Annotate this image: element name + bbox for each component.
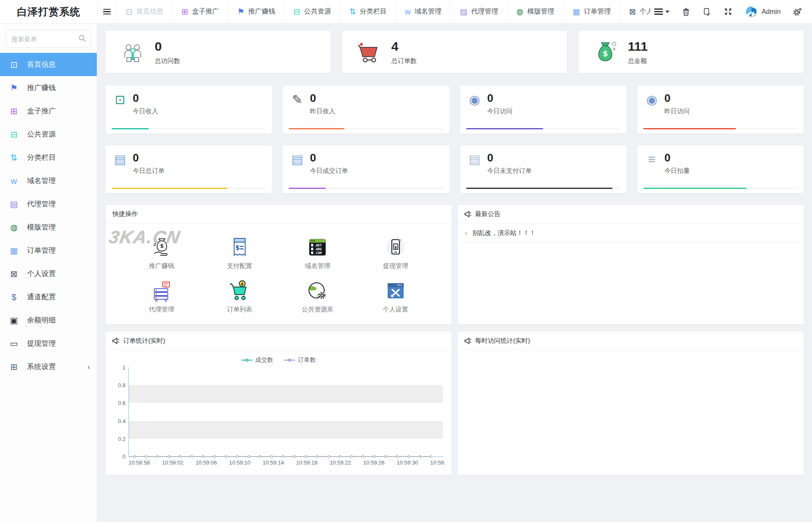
sidebar-item-label: 提现管理 [27, 339, 56, 348]
nav-tab[interactable]: ◍ 模版管理 [507, 0, 563, 23]
public-resources-icon: ⊟ [293, 8, 300, 16]
orders-completed-today-icon: ▤ [289, 152, 306, 175]
agent-manage-shortcut-icon [150, 279, 173, 302]
stat-label: 今日未支付订单 [487, 167, 532, 175]
x-axis-tick: 10:59:06 [196, 459, 217, 466]
sidebar-toggle-button[interactable] [97, 0, 116, 23]
balance-detail-icon: ▣ [9, 316, 19, 325]
total-visits-value: 0 [155, 39, 180, 53]
nav-tab[interactable]: ⊡ 首页信息 [116, 0, 172, 23]
y-axis-tick: 0 [112, 454, 126, 460]
sidebar-item[interactable]: ⊞ 系统设置 [0, 355, 97, 378]
stat-card: ◉ 0 昨日访问 [637, 86, 804, 134]
shortcut-withdraw-manage[interactable]: $ 提现管理 [357, 231, 435, 275]
shortcut-label: 推广赚钱 [149, 262, 174, 270]
nav-tab[interactable]: ⇅ 分类栏目 [340, 0, 396, 23]
shortcut-promo-earn[interactable]: $ 推广赚钱 [123, 231, 201, 275]
nav-tab[interactable]: ⊠ 个人设置 [620, 0, 650, 23]
layout-menu-dropdown[interactable] [650, 0, 674, 24]
total-orders-card: 4 总订单数 [342, 31, 567, 73]
refresh-cache-button[interactable] [698, 0, 716, 24]
settings-button[interactable] [788, 0, 806, 24]
stat-label: 今日扣量 [664, 167, 690, 175]
withdraw-manage-shortcut-icon: $ [384, 236, 407, 259]
shortcut-label: 代理管理 [149, 306, 174, 314]
sidebar: ⊡ 首页信息 ⚑ 推广赚钱 ⊞ 盒子推广 ⊟ 公共资源 ⇅ 分类栏目 [0, 24, 97, 522]
shortcut-order-list[interactable]: 订单列表 [201, 275, 279, 318]
visits-today-icon: ◉ [466, 93, 483, 115]
domain-manage-shortcut-icon: .NET .ORG .COM [306, 236, 329, 259]
total-amount-card: $ 111 总金额 [579, 31, 804, 73]
sidebar-search [6, 30, 91, 48]
stat-progress-track [112, 128, 266, 129]
sidebar-item[interactable]: ◍ 模版管理 [0, 216, 97, 239]
fullscreen-button[interactable] [719, 0, 737, 24]
withdraw-manage-icon: ▭ [9, 339, 19, 348]
nav-tab[interactable]: ⚑ 推广赚钱 [228, 0, 284, 23]
x-axis-tick: 10:59:02 [162, 459, 183, 466]
sidebar-item[interactable]: ▭ 提现管理 [0, 332, 97, 355]
stat-progress-line [643, 128, 736, 129]
shortcut-payment-config[interactable]: $ 支付配置 [201, 231, 279, 275]
total-orders-value: 4 [391, 39, 417, 53]
nav-tab-label: 域名管理 [415, 7, 442, 16]
shortcut-public-resource-lib[interactable]: 公共资源库 [279, 275, 357, 318]
megaphone-icon [465, 338, 472, 344]
template-manage-icon: ◍ [9, 223, 19, 232]
legend-item[interactable]: 成交数 [241, 356, 273, 364]
total-visits-card: 0 总访问数 [106, 31, 331, 73]
sidebar-item[interactable]: ▣ 余额明细 [0, 309, 97, 332]
announcement-item[interactable]: › 别乱改，演示站！！！ [458, 224, 804, 243]
sidebar-item[interactable]: ⊡ 首页信息 [0, 53, 97, 76]
sidebar-collapse-icon[interactable]: ‹ [85, 363, 93, 372]
shortcut-domain-manage[interactable]: .NET .ORG .COM 域名管理 [279, 231, 357, 275]
stat-progress-track [112, 188, 266, 189]
sidebar-item[interactable]: w 域名管理 [0, 169, 97, 192]
stat-progress-line [112, 128, 149, 129]
order-stats-title: 订单统计(实时) [123, 337, 165, 345]
nav-tab-label: 推广赚钱 [248, 7, 275, 16]
personal-settings-icon: ⊠ [9, 270, 19, 278]
nav-tab[interactable]: ▤ 代理管理 [451, 0, 507, 23]
stat-progress-line [289, 128, 344, 129]
personal-settings-shortcut-icon [384, 279, 407, 302]
income-today-icon: ⊡ [112, 93, 128, 115]
sidebar-item[interactable]: ⊟ 公共资源 [0, 123, 97, 146]
x-axis-tick: 10:59:10 [229, 459, 251, 466]
sidebar-item[interactable]: ⇅ 分类栏目 [0, 146, 97, 169]
stat-value: 0 [487, 152, 532, 163]
nav-tab[interactable]: w 域名管理 [396, 0, 451, 23]
quick-operations-panel: 快捷操作 3KA.CN $ 推广赚钱 [106, 205, 451, 324]
announcement-title: 最新公告 [475, 210, 500, 218]
stat-progress-track [466, 128, 621, 129]
shortcut-label: 域名管理 [305, 262, 330, 270]
user-menu[interactable]: Admin [741, 5, 785, 18]
sidebar-item[interactable]: $ 通道配置 [0, 285, 97, 309]
hourly-visits-chart [458, 350, 804, 355]
income-yesterday-icon: ✎ [289, 93, 306, 115]
stat-progress-track [643, 128, 798, 129]
nav-tab[interactable]: ⊞ 盒子推广 [172, 0, 228, 23]
total-amount-label: 总金额 [628, 57, 648, 65]
shortcut-personal-settings[interactable]: 个人设置 [357, 275, 435, 318]
sidebar-item[interactable]: ⚑ 推广赚钱 [0, 76, 97, 99]
clear-trash-button[interactable] [677, 0, 695, 24]
shortcut-agent-manage[interactable]: 代理管理 [123, 275, 201, 318]
svg-text:.ORG: .ORG [314, 247, 322, 251]
sidebar-item-label: 订单管理 [27, 246, 56, 255]
sidebar-item[interactable]: ⊞ 盒子推广 [0, 99, 97, 123]
sidebar-menu: ⊡ 首页信息 ⚑ 推广赚钱 ⊞ 盒子推广 ⊟ 公共资源 ⇅ 分类栏目 [0, 53, 97, 378]
nav-tab[interactable]: ⊟ 公共资源 [284, 0, 340, 23]
nav-tab[interactable]: ▦ 订单管理 [563, 0, 620, 23]
sidebar-item[interactable]: ⊠ 个人设置 [0, 262, 97, 285]
legend-item[interactable]: 订单数 [284, 356, 316, 364]
public-resource-lib-shortcut-icon [306, 279, 329, 302]
nav-tab-label: 盒子推广 [192, 7, 219, 16]
sidebar-item[interactable]: ▤ 代理管理 [0, 192, 97, 216]
people-group-icon [119, 39, 145, 65]
sidebar-item[interactable]: ▦ 订单管理 [0, 239, 97, 262]
navbar-right-controls: Admin [650, 0, 812, 23]
hourly-visits-chart-panel: 每时访问统计(实时) [458, 332, 804, 475]
order-manage-icon: ▦ [572, 8, 580, 16]
refresh-page-icon [703, 8, 711, 16]
